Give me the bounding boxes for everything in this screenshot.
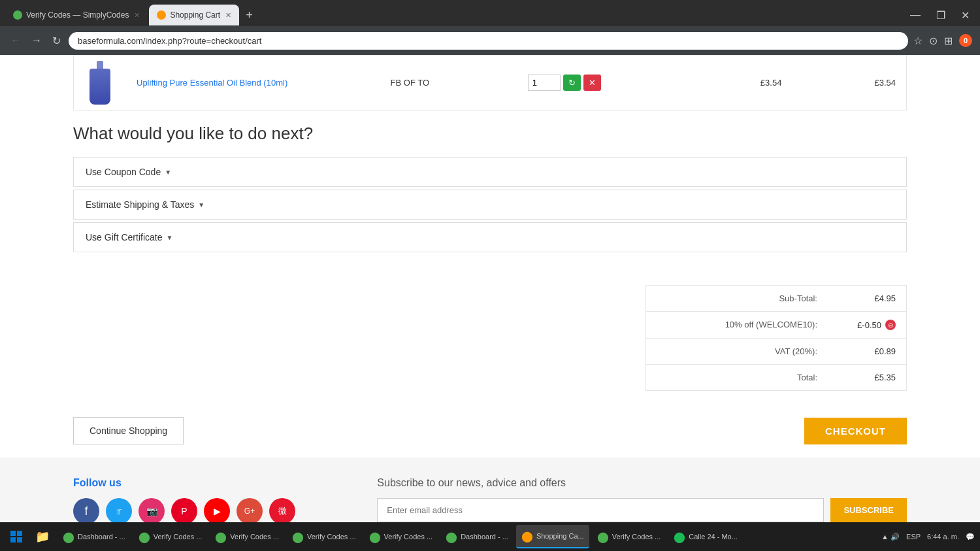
row-total-cell: £3.54 xyxy=(792,70,906,95)
what-next-heading: What would you like to do next? xyxy=(73,124,907,144)
taskbar-label-verify-1: Verify Codes ... xyxy=(154,533,203,541)
folder-icon: 📁 xyxy=(35,529,50,544)
youtube-icon[interactable]: ▶ xyxy=(204,498,230,524)
total-label: Total: xyxy=(646,365,828,390)
pinterest-icon[interactable]: P xyxy=(171,498,197,524)
shipping-label: Estimate Shipping & Taxes xyxy=(86,199,194,210)
refresh-qty-button[interactable]: ↻ xyxy=(563,75,581,91)
social-icons: f 𝕣 📷 P ▶ G+ 微 xyxy=(73,498,338,524)
checkout-button[interactable]: CHECKOUT xyxy=(804,418,907,444)
discount-value: £-0.50 ⊖ xyxy=(828,312,906,338)
page-content: Uplifting Pure Essential Oil Blend (10ml… xyxy=(0,55,980,544)
total-row: Total: £5.35 xyxy=(646,365,906,390)
profile-icon[interactable]: ⊙ xyxy=(929,35,938,47)
facebook-icon[interactable]: f xyxy=(73,498,99,524)
bookmark-icon[interactable]: ☆ xyxy=(913,35,923,47)
cart-top-row: Uplifting Pure Essential Oil Blend (10ml… xyxy=(73,55,907,110)
tab-label-cart: Shopping Cart xyxy=(170,10,220,20)
address-icons: ☆ ⊙ ⊞ 0 xyxy=(913,34,972,47)
address-input[interactable] xyxy=(69,32,908,50)
main-section: What would you like to do next? Use Coup… xyxy=(0,110,980,404)
email-input[interactable] xyxy=(377,498,824,522)
continue-shopping-button[interactable]: Continue Shopping xyxy=(73,417,184,444)
vat-value: £0.89 xyxy=(828,339,906,364)
extensions-icon[interactable]: ⊞ xyxy=(944,35,953,47)
chrome-icon-6: ⬤ xyxy=(446,531,457,543)
spotify-icon: ⬤ xyxy=(674,531,685,543)
unit-price-cell: £3.54 xyxy=(678,70,792,95)
taskbar-label-dashboard-2: Dashboard - ... xyxy=(461,533,508,541)
keyboard-language: ESP xyxy=(906,533,921,541)
unit-price: £3.54 xyxy=(760,78,782,88)
subtotal-label: Sub-Total: xyxy=(646,286,828,311)
twitter-icon[interactable]: 𝕣 xyxy=(106,498,132,524)
discount-label: 10% off (WELCOME10): xyxy=(646,312,828,338)
windows-logo-icon xyxy=(10,531,22,543)
quantity-input[interactable] xyxy=(528,75,561,91)
taskbar-label-verify-4: Verify Codes ... xyxy=(384,533,433,541)
taskbar-label-verify-2: Verify Codes ... xyxy=(230,533,279,541)
row-total: £3.54 xyxy=(874,78,896,88)
maximize-button[interactable]: ❐ xyxy=(931,8,951,23)
product-image-cell xyxy=(74,56,126,110)
shipping-accordion: Estimate Shipping & Taxes ▼ xyxy=(73,190,907,220)
product-name-cell: Uplifting Pure Essential Oil Blend (10ml… xyxy=(126,70,380,95)
gift-label: Use Gift Certificate xyxy=(86,232,162,242)
coupon-label: Use Coupon Code xyxy=(86,167,161,177)
coupon-accordion-header[interactable]: Use Coupon Code ▼ xyxy=(74,158,906,186)
svg-rect-0 xyxy=(10,531,16,536)
taskbar-clock: 6:44 a. m. xyxy=(927,533,959,541)
tab-verify-codes[interactable]: Verify Codes — SimplyCodes ✕ xyxy=(5,5,148,25)
taskbar-verify-5[interactable]: ⬤ Verify Codes ... xyxy=(592,525,666,544)
taskbar: 📁 ⬤ Dashboard - ... ⬤ Verify Codes ... ⬤… xyxy=(0,522,980,544)
window-controls: — ❐ ✕ xyxy=(905,8,975,23)
subscribe-button[interactable]: SUBSCRIBE xyxy=(830,498,907,522)
browser-window: Verify Codes — SimplyCodes ✕ Shopping Ca… xyxy=(0,0,980,55)
taskbar-label-spotify: Calle 24 - Mo... xyxy=(689,533,738,541)
googleplus-icon[interactable]: G+ xyxy=(237,498,263,524)
taskbar-verify-1[interactable]: ⬤ Verify Codes ... xyxy=(133,525,208,544)
chrome-icon-8: ⬤ xyxy=(597,531,609,543)
browser-title-bar: Verify Codes — SimplyCodes ✕ Shopping Ca… xyxy=(0,0,980,26)
chrome-icon-2: ⬤ xyxy=(139,531,150,543)
taskbar-dashboard-2[interactable]: ⬤ Dashboard - ... xyxy=(440,525,514,544)
tab-shopping-cart[interactable]: Shopping Cart ✕ xyxy=(149,5,239,25)
gift-accordion-header[interactable]: Use Gift Certificate ▼ xyxy=(74,223,906,252)
taskbar-verify-4[interactable]: ⬤ Verify Codes ... xyxy=(364,525,438,544)
subtotal-row: Sub-Total: £4.95 xyxy=(646,286,906,312)
notification-icon[interactable]: 💬 xyxy=(966,533,975,541)
remove-discount-icon[interactable]: ⊖ xyxy=(885,320,896,330)
tab-close-verify[interactable]: ✕ xyxy=(134,11,140,20)
bottom-buttons: Continue Shopping CHECKOUT xyxy=(0,404,980,458)
taskbar-shopping-cart[interactable]: ⬤ Shopping Ca... xyxy=(516,525,589,544)
taskbar-spotify[interactable]: ⬤ Calle 24 - Mo... xyxy=(668,525,743,544)
svg-rect-2 xyxy=(10,537,16,543)
taskbar-verify-2[interactable]: ⬤ Verify Codes ... xyxy=(210,525,284,544)
profile-circle[interactable]: 0 xyxy=(959,34,972,47)
back-button[interactable]: ← xyxy=(8,32,24,49)
instagram-icon[interactable]: 📷 xyxy=(139,498,165,524)
close-button[interactable]: ✕ xyxy=(956,8,975,23)
shipping-accordion-header[interactable]: Estimate Shipping & Taxes ▼ xyxy=(74,190,906,219)
follow-us-section: Follow us f 𝕣 📷 P ▶ G+ 微 xyxy=(73,477,338,524)
taskbar-label-verify-5: Verify Codes ... xyxy=(612,533,661,541)
minimize-button[interactable]: — xyxy=(905,8,926,22)
forward-button[interactable]: → xyxy=(29,32,44,49)
shipping-chevron-icon: ▼ xyxy=(198,201,204,209)
vat-label: VAT (20%): xyxy=(646,339,828,364)
taskbar-file-explorer[interactable]: 📁 xyxy=(30,525,55,544)
tab-close-cart[interactable]: ✕ xyxy=(225,11,231,20)
new-tab-button[interactable]: + xyxy=(240,6,258,25)
taskbar-windows-button[interactable] xyxy=(5,525,27,544)
subscribe-form: SUBSCRIBE xyxy=(377,498,907,522)
refresh-button[interactable]: ↻ xyxy=(50,32,63,50)
taskbar-label-verify-3: Verify Codes ... xyxy=(307,533,356,541)
svg-rect-1 xyxy=(17,531,22,536)
tab-favicon-verify xyxy=(13,10,22,20)
weibo-icon[interactable]: 微 xyxy=(269,498,295,524)
remove-item-button[interactable]: ✕ xyxy=(583,75,601,91)
taskbar-verify-3[interactable]: ⬤ Verify Codes ... xyxy=(287,525,361,544)
taskbar-dashboard-1[interactable]: ⬤ Dashboard - ... xyxy=(57,525,131,544)
system-tray-icons: ▲ 🔊 xyxy=(881,533,900,541)
product-name: Uplifting Pure Essential Oil Blend (10ml… xyxy=(137,78,287,88)
